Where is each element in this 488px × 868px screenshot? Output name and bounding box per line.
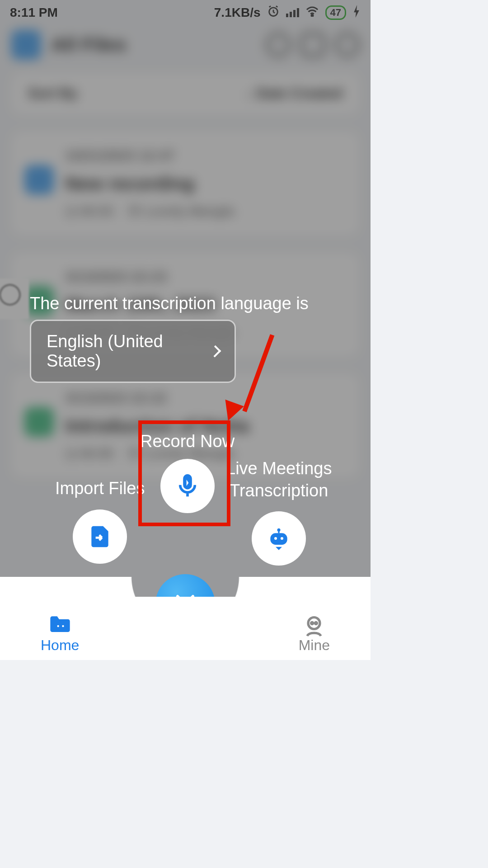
svg-point-11 — [311, 622, 313, 624]
svg-point-9 — [62, 625, 64, 627]
svg-point-8 — [57, 625, 59, 627]
import-icon — [73, 509, 127, 564]
svg-point-5 — [281, 537, 283, 540]
language-select-button[interactable]: English (United States) — [30, 320, 236, 383]
bot-icon — [252, 511, 306, 566]
tab-home[interactable]: Home — [41, 614, 79, 654]
folder-icon — [48, 614, 72, 634]
tab-bar: Home Mine — [0, 597, 371, 660]
language-hint-label: The current transcription language is — [30, 294, 309, 313]
annotation-arrow — [213, 330, 267, 425]
language-name: English (United States) — [47, 332, 197, 371]
tab-mine-label: Mine — [299, 637, 330, 654]
svg-point-4 — [274, 537, 277, 540]
live-meetings-button[interactable]: Live Meetings Transcription — [226, 458, 332, 566]
tab-home-label: Home — [41, 637, 79, 654]
svg-rect-3 — [271, 533, 287, 545]
annotation-highlight-box — [138, 420, 230, 526]
tab-mine[interactable]: Mine — [299, 614, 330, 654]
live-meetings-label: Live Meetings Transcription — [226, 458, 332, 501]
import-files-label: Import Files — [55, 477, 145, 500]
svg-point-12 — [315, 622, 317, 624]
svg-rect-7 — [278, 530, 280, 533]
person-icon — [302, 614, 326, 634]
import-files-button[interactable]: Import Files — [55, 477, 145, 564]
